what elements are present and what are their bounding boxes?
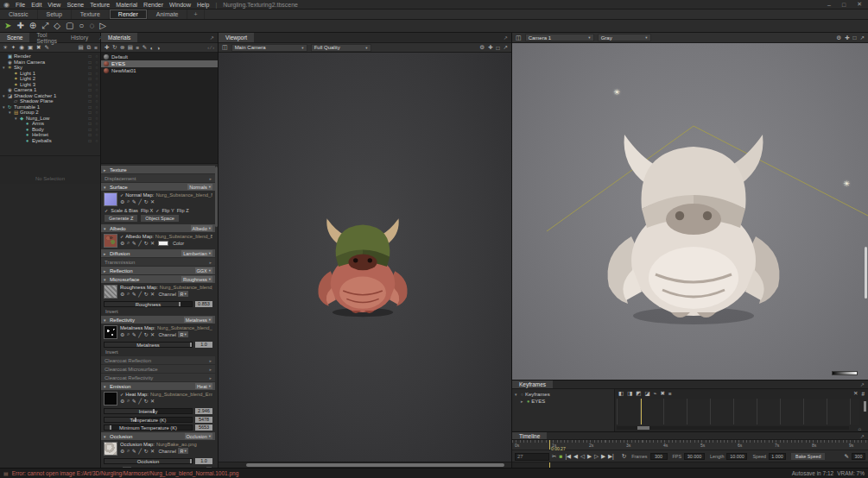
menu-file[interactable]: File — [16, 2, 25, 8]
visibility-icon[interactable]: ○ — [93, 93, 100, 98]
length-input[interactable]: 10.000 — [726, 453, 747, 460]
generate-z-button[interactable]: Generate Z — [105, 215, 137, 222]
edit-icon[interactable]: ✎ — [132, 331, 136, 337]
folder-icon[interactable]: ▤ — [128, 44, 133, 51]
slider-value[interactable]: 0.853 — [195, 301, 212, 307]
keyframes-playhead[interactable] — [641, 399, 642, 425]
viewport-settings-icon[interactable]: ⚙ — [479, 44, 485, 51]
delete-material-icon[interactable]: ⊗ — [120, 44, 124, 51]
rotation-keys-icon[interactable]: ◨ — [627, 390, 632, 397]
chevron-down-icon[interactable]: ▾ — [515, 392, 519, 397]
duplicate-icon[interactable]: ⧉ — [87, 44, 92, 51]
metalness-slider[interactable]: Metalness 1.0 — [104, 342, 212, 349]
add-object-icon[interactable]: ▣ — [28, 44, 33, 51]
tree-item-light-2[interactable]: ✦Light 2□○ — [0, 76, 100, 82]
keyframes-hscrollbar[interactable] — [617, 426, 849, 430]
flip-y-checkbox[interactable]: Flip Y — [162, 208, 174, 213]
preview-sphere-icon[interactable]: ◑ — [156, 45, 160, 51]
lasso-select-tool-icon[interactable]: ◌ — [89, 22, 94, 30]
menu-help[interactable]: Help — [197, 2, 209, 8]
menu-scene[interactable]: Scene — [67, 2, 84, 8]
lock-icon[interactable]: □ — [86, 93, 93, 98]
tree-item-group-2[interactable]: ▾▤Group 2□○ — [0, 110, 100, 116]
tree-item-camera-1[interactable]: ◉Camera 1□○ — [0, 87, 100, 93]
eyedropper-icon[interactable]: ╱ — [138, 198, 142, 204]
fps-input[interactable]: 30.000 — [684, 453, 705, 460]
lock-icon[interactable]: □ — [86, 53, 93, 59]
occlusion-map-thumbnail[interactable] — [104, 442, 117, 456]
thumbnail-size-controls[interactable]: ‹ ∕ › — [207, 45, 214, 50]
tab-timeline[interactable]: Timeline — [512, 432, 547, 439]
visibility-icon[interactable]: ○ — [93, 116, 100, 121]
reload-icon[interactable]: ↻ — [143, 398, 148, 404]
close-button[interactable]: ✕ — [854, 1, 865, 8]
library-icon[interactable]: ≡ — [94, 45, 98, 51]
lock-icon[interactable]: □ — [86, 60, 93, 65]
section-diffusion[interactable]: ▸ Diffusion Lambertian▾ — [101, 249, 215, 257]
reload-icon[interactable]: ↻ — [143, 291, 148, 297]
gradient-widget[interactable] — [832, 371, 858, 375]
viewport-pan-icon[interactable]: ✚ — [488, 44, 492, 51]
color-swatch[interactable] — [158, 241, 168, 246]
clear-icon[interactable]: ✕ — [150, 331, 155, 337]
tree-item-render[interactable]: ▣Render□○ — [0, 53, 100, 60]
previous-frame-button[interactable]: ◁ — [580, 454, 585, 460]
folder-icon[interactable]: ▤ — [78, 44, 83, 51]
visibility-icon[interactable]: ○ — [93, 121, 100, 126]
next-keyframe-button[interactable]: ▶ — [601, 454, 605, 460]
paint-icon[interactable]: ✎ — [45, 44, 49, 51]
viewport-horizontal-scrollbar[interactable] — [219, 462, 511, 468]
temperature-slider[interactable]: Temperature (K) 5478 — [104, 416, 212, 423]
clone-material-icon[interactable]: ↻ — [112, 44, 117, 51]
viewport-frame-icon[interactable]: □ — [853, 35, 857, 41]
heat-map-thumbnail[interactable] — [104, 392, 117, 406]
flip-z-checkbox[interactable]: Flip Z — [177, 208, 189, 213]
tab-materials[interactable]: Materials — [101, 33, 137, 42]
slider-value[interactable]: 5478 — [195, 417, 212, 423]
section-reflection[interactable]: ▸ Reflection GGX▾ — [101, 267, 215, 274]
view-mode-dropdown[interactable]: Gray▾ — [598, 34, 651, 41]
chevron-right-icon[interactable]: ▸ — [521, 399, 525, 404]
popout-icon[interactable]: ↗ — [857, 432, 868, 439]
edit-icon[interactable]: ✎ — [132, 448, 136, 454]
trim-icon[interactable]: ✂ — [552, 454, 556, 460]
occlusion-mode-dropdown[interactable]: Occlusion▾ — [185, 433, 212, 439]
zoom-icon[interactable]: ⌕ — [127, 398, 130, 404]
flip-x-checkbox[interactable]: Flip X — [141, 208, 153, 213]
diffusion-mode-dropdown[interactable]: Lambertian▾ — [181, 250, 212, 256]
scale-bias-checkbox[interactable]: Scale & Bias — [111, 208, 138, 213]
tree-item-light-3[interactable]: ✦Light 3□○ — [0, 82, 100, 88]
ellipse-select-tool-icon[interactable]: ○ — [79, 22, 84, 30]
normal-map-thumbnail[interactable] — [104, 192, 117, 206]
add-material-icon[interactable]: ✚ — [105, 44, 109, 51]
workspace-tab-render[interactable]: Render — [110, 9, 148, 19]
tree-item-turntable[interactable]: ▾↻Turntable 1□○ — [0, 104, 100, 110]
tab-history[interactable]: History — [64, 33, 95, 42]
timeline-scale-input[interactable]: 300 — [852, 453, 865, 460]
visibility-icon[interactable]: ○ — [93, 132, 100, 137]
popout-icon[interactable]: ↗ — [206, 33, 218, 42]
previous-keyframe-button[interactable]: ◀ — [573, 454, 578, 460]
reload-icon[interactable]: ↻ — [143, 240, 148, 246]
rect-select-tool-icon[interactable]: ▢ — [66, 22, 73, 30]
slider-value[interactable]: 5653 — [195, 425, 212, 431]
occlusion-slider[interactable]: Occlusion 1.0 — [104, 458, 212, 465]
clear-keys-icon[interactable]: ✕ — [853, 390, 858, 397]
eyedropper-icon[interactable]: ╱ — [138, 331, 142, 337]
play-button[interactable]: ▶ — [587, 454, 592, 460]
menu-window[interactable]: Window — [169, 2, 191, 8]
timeline-lower-strip[interactable] — [512, 462, 868, 468]
add-workspace-tab-button[interactable]: + — [187, 9, 204, 19]
tree-item-sky[interactable]: ▾☀Sky□○ — [0, 65, 100, 71]
section-albedo[interactable]: ▾ Albedo Albedo▾ — [101, 224, 215, 232]
lock-icon[interactable]: □ — [86, 76, 93, 81]
camera-select-dropdown[interactable]: Camera 1▾ — [525, 34, 594, 41]
viewport-settings-icon[interactable]: ⚙ — [836, 35, 841, 41]
menu-texture[interactable]: Texture — [90, 2, 110, 8]
channel-dropdown[interactable]: R▾ — [178, 291, 187, 297]
scale-tool-icon[interactable]: ⤢ — [41, 22, 48, 30]
camera-select-dropdown[interactable]: Main Camera▾ — [231, 44, 307, 52]
speed-input[interactable]: 1.000 — [769, 453, 786, 460]
maximize-button[interactable]: □ — [839, 2, 848, 8]
paint-icon[interactable]: ✎ — [143, 44, 147, 51]
